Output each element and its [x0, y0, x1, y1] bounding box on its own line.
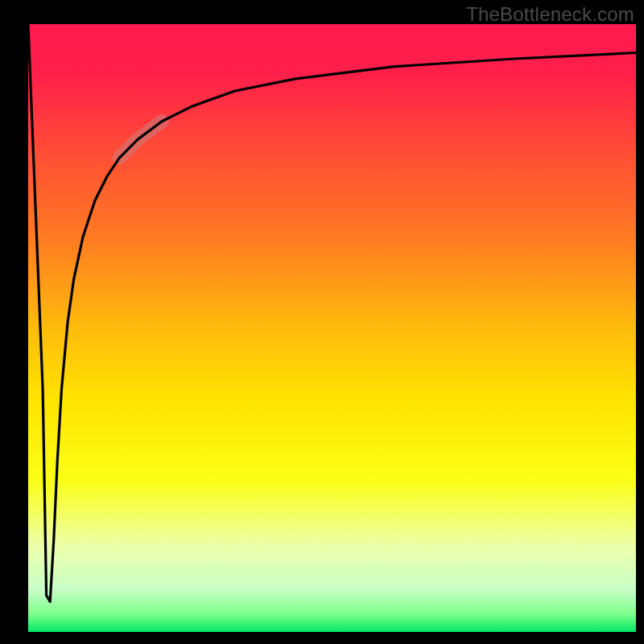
watermark-text: TheBottleneck.com [466, 3, 634, 26]
plot-background [28, 24, 636, 632]
chart-frame: TheBottleneck.com [0, 0, 644, 644]
chart-canvas [0, 0, 644, 644]
